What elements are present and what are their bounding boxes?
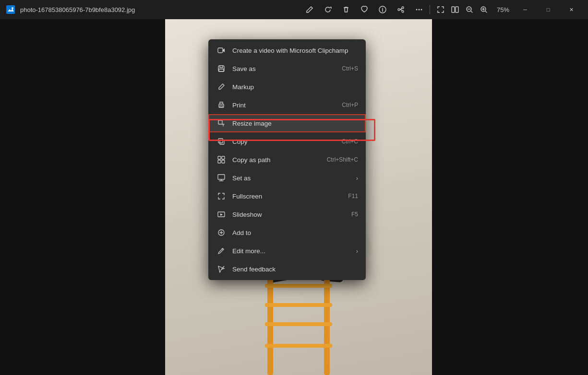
svg-rect-21 — [222, 156, 225, 159]
add-to-icon — [216, 227, 227, 238]
svg-rect-0 — [6, 5, 15, 14]
copy-as-path-shortcut: Ctrl+Shift+C — [327, 156, 358, 163]
edit-more-arrow-icon: › — [356, 247, 358, 255]
resize-image-label: Resize image — [232, 120, 358, 127]
svg-rect-13 — [218, 48, 223, 53]
add-to-label: Add to — [232, 229, 358, 236]
menu-item-send-feedback[interactable]: Send feedback — [208, 260, 366, 278]
save-as-icon — [216, 63, 227, 74]
app-icon — [6, 5, 15, 14]
fullscreen-label: Fullscreen — [232, 193, 344, 200]
menu-item-markup[interactable]: Markup — [208, 78, 366, 96]
slideshow-icon — [216, 209, 227, 220]
edit-more-label: Edit more... — [232, 247, 352, 255]
share-icon[interactable] — [395, 4, 407, 15]
svg-rect-9 — [452, 7, 455, 12]
menu-item-create-video[interactable]: Create a video with Microsoft Clipchamp — [208, 41, 366, 59]
create-video-label: Create a video with Microsoft Clipchamp — [232, 47, 358, 54]
delete-icon[interactable] — [340, 4, 352, 15]
zoom-level-label: 75% — [492, 6, 509, 13]
svg-rect-16 — [220, 105, 223, 107]
copy-as-path-icon — [216, 154, 227, 165]
markup-icon — [216, 82, 227, 92]
filename-label: photo-1678538065976-7b9bfe8a3092.jpg — [20, 6, 304, 13]
menu-item-copy[interactable]: Copy Ctrl+C — [208, 132, 366, 151]
fullscreen-icon — [216, 191, 227, 201]
close-button[interactable]: ✕ — [560, 2, 582, 17]
menu-item-edit-more[interactable]: Edit more... › — [208, 242, 366, 260]
more-options-icon[interactable] — [413, 4, 425, 15]
minimize-button[interactable]: ─ — [514, 2, 536, 17]
svg-rect-10 — [456, 7, 458, 12]
svg-point-3 — [402, 7, 404, 9]
create-video-icon — [216, 45, 227, 56]
menu-item-fullscreen[interactable]: Fullscreen F11 — [208, 187, 366, 205]
svg-rect-14 — [218, 66, 224, 71]
menu-item-add-to[interactable]: Add to — [208, 223, 366, 242]
svg-rect-19 — [218, 139, 223, 143]
fullscreen-view-icon[interactable] — [435, 4, 446, 15]
markup-label: Markup — [232, 83, 358, 91]
svg-point-4 — [402, 11, 404, 12]
maximize-button[interactable]: □ — [537, 2, 559, 17]
set-as-arrow-icon: › — [356, 175, 358, 182]
slideshow-label: Slideshow — [232, 211, 348, 218]
svg-point-8 — [421, 9, 422, 11]
context-menu: Create a video with Microsoft Clipchamp … — [208, 39, 366, 280]
send-feedback-icon — [216, 264, 227, 274]
save-as-label: Save as — [232, 65, 338, 72]
rotate-icon[interactable] — [322, 4, 334, 15]
set-as-icon — [216, 173, 227, 183]
slideshow-shortcut: F5 — [351, 211, 358, 218]
svg-rect-17 — [218, 120, 222, 124]
svg-point-1 — [12, 7, 13, 9]
titlebar: photo-1678538065976-7b9bfe8a3092.jpg — [0, 0, 588, 19]
zoom-controls: 75% — [435, 4, 509, 15]
set-as-label: Set as — [232, 175, 352, 182]
menu-item-save-as[interactable]: Save as Ctrl+S — [208, 59, 366, 78]
resize-image-icon — [216, 118, 227, 129]
copy-label: Copy — [232, 138, 338, 145]
save-as-shortcut: Ctrl+S — [342, 65, 358, 72]
edit-icon[interactable] — [304, 4, 315, 15]
svg-point-5 — [398, 9, 400, 11]
print-shortcut: Ctrl+P — [342, 102, 358, 108]
window-controls: ─ □ ✕ — [514, 2, 582, 17]
zoom-in-icon[interactable] — [478, 4, 490, 15]
menu-item-print[interactable]: Print Ctrl+P — [208, 96, 366, 114]
svg-point-6 — [416, 9, 418, 11]
menu-item-slideshow[interactable]: Slideshow F5 — [208, 205, 366, 223]
svg-point-7 — [419, 9, 420, 11]
fullscreen-shortcut: F11 — [348, 193, 358, 199]
side-by-side-icon[interactable] — [449, 4, 461, 15]
svg-rect-22 — [218, 160, 221, 163]
copy-as-path-label: Copy as path — [232, 156, 323, 164]
right-panel — [432, 19, 588, 375]
favorite-icon[interactable] — [359, 4, 370, 15]
photo-viewer: Create a video with Microsoft Clipchamp … — [0, 19, 588, 375]
svg-rect-23 — [222, 160, 225, 163]
copy-icon — [216, 136, 227, 147]
print-icon — [216, 100, 227, 110]
info-icon[interactable] — [377, 4, 388, 15]
copy-shortcut: Ctrl+C — [342, 138, 358, 145]
zoom-out-icon[interactable] — [464, 4, 475, 15]
toolbar-actions — [304, 4, 425, 15]
edit-more-icon — [216, 246, 227, 256]
menu-item-set-as[interactable]: Set as › — [208, 169, 366, 187]
menu-item-resize-image[interactable]: Resize image — [208, 114, 366, 132]
send-feedback-label: Send feedback — [232, 266, 358, 273]
left-panel — [0, 19, 165, 375]
svg-rect-20 — [218, 156, 221, 159]
svg-rect-18 — [220, 140, 224, 144]
print-label: Print — [232, 102, 338, 109]
svg-rect-24 — [218, 175, 225, 179]
menu-item-copy-as-path[interactable]: Copy as path Ctrl+Shift+C — [208, 151, 366, 169]
